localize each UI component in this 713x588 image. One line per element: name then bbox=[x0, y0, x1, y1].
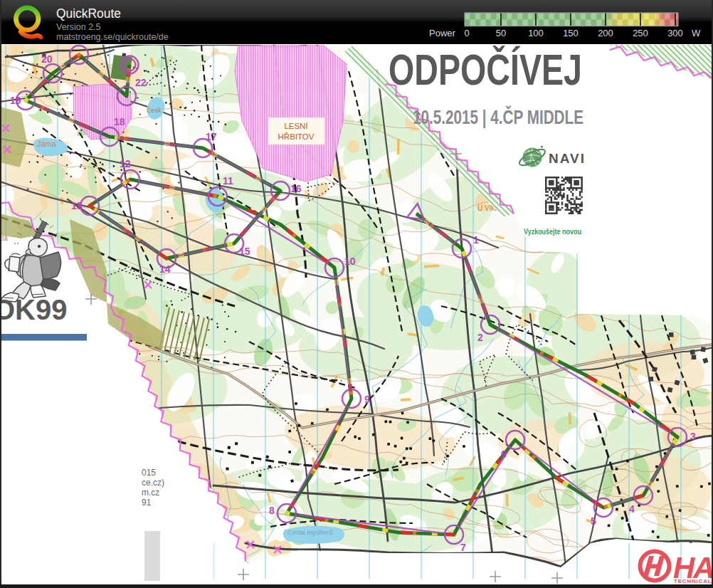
svg-text:2: 2 bbox=[477, 332, 483, 343]
svg-text:11: 11 bbox=[223, 175, 233, 187]
svg-text:91: 91 bbox=[142, 498, 152, 508]
svg-text:Vyzkoušejte novou: Vyzkoušejte novou bbox=[524, 227, 581, 236]
svg-text:m.cz: m.cz bbox=[142, 488, 159, 498]
svg-text:1: 1 bbox=[473, 234, 479, 246]
svg-text:21: 21 bbox=[68, 44, 79, 46]
svg-text:Česk: Česk bbox=[147, 107, 162, 114]
svg-text:50: 50 bbox=[496, 28, 506, 38]
svg-text:4: 4 bbox=[629, 503, 635, 515]
svg-text:NAVI: NAVI bbox=[549, 151, 586, 166]
svg-text:015: 015 bbox=[142, 468, 156, 478]
svg-text:16: 16 bbox=[290, 183, 302, 194]
svg-text:10: 10 bbox=[344, 256, 356, 267]
svg-text:8: 8 bbox=[269, 505, 275, 516]
svg-text:20: 20 bbox=[41, 53, 53, 65]
svg-text:15: 15 bbox=[239, 246, 250, 257]
svg-text:3: 3 bbox=[690, 431, 696, 442]
svg-text:13: 13 bbox=[71, 200, 83, 211]
svg-text:14: 14 bbox=[159, 263, 171, 275]
svg-text:300: 300 bbox=[667, 28, 683, 38]
svg-text:W: W bbox=[692, 28, 701, 38]
svg-text:12: 12 bbox=[120, 158, 131, 169]
svg-text:200: 200 bbox=[598, 28, 613, 38]
svg-text:Cesta myslivců: Cesta myslivců bbox=[287, 528, 333, 536]
svg-text:9: 9 bbox=[364, 394, 370, 405]
svg-text:17: 17 bbox=[206, 131, 217, 142]
svg-text:HŘBITOV: HŘBITOV bbox=[278, 132, 315, 141]
svg-text:matstroeng.se/quickroute/de: matstroeng.se/quickroute/de bbox=[56, 32, 169, 42]
svg-text:Power: Power bbox=[429, 28, 456, 38]
svg-text:22: 22 bbox=[135, 77, 147, 88]
svg-text:Version 2.5: Version 2.5 bbox=[56, 22, 101, 32]
svg-text:Jáma: Jáma bbox=[37, 140, 57, 148]
svg-text:TECHNICAL OUT: TECHNICAL OUT bbox=[674, 578, 713, 584]
svg-text:5: 5 bbox=[591, 515, 596, 527]
svg-text:150: 150 bbox=[563, 28, 579, 38]
svg-text:19: 19 bbox=[10, 95, 21, 106]
svg-text:ce.cz): ce.cz) bbox=[142, 478, 164, 488]
svg-text:0: 0 bbox=[464, 28, 469, 38]
svg-text:OK99: OK99 bbox=[0, 294, 68, 325]
svg-text:6: 6 bbox=[501, 448, 507, 460]
svg-text:7: 7 bbox=[460, 542, 466, 553]
svg-text:100: 100 bbox=[528, 28, 544, 38]
svg-text:QuickRoute: QuickRoute bbox=[56, 6, 121, 21]
svg-text:250: 250 bbox=[633, 28, 648, 38]
svg-text:LESNÍ: LESNÍ bbox=[284, 122, 308, 130]
svg-text:ODPOČÍVEJ: ODPOČÍVEJ bbox=[389, 45, 582, 94]
svg-text:10.5.2015 | 4.ČP MIDDLE: 10.5.2015 | 4.ČP MIDDLE bbox=[413, 105, 583, 128]
svg-text:18: 18 bbox=[114, 116, 125, 127]
